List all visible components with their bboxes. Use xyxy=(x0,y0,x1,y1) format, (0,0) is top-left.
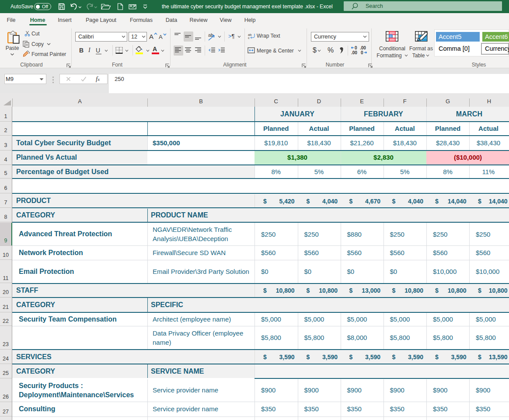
svg-text:0: 0 xyxy=(355,46,357,50)
svg-text:.00: .00 xyxy=(351,50,357,55)
svg-text:0: 0 xyxy=(361,50,363,55)
svg-text:.00: .00 xyxy=(360,46,366,50)
svg-text:c: c xyxy=(248,36,250,40)
